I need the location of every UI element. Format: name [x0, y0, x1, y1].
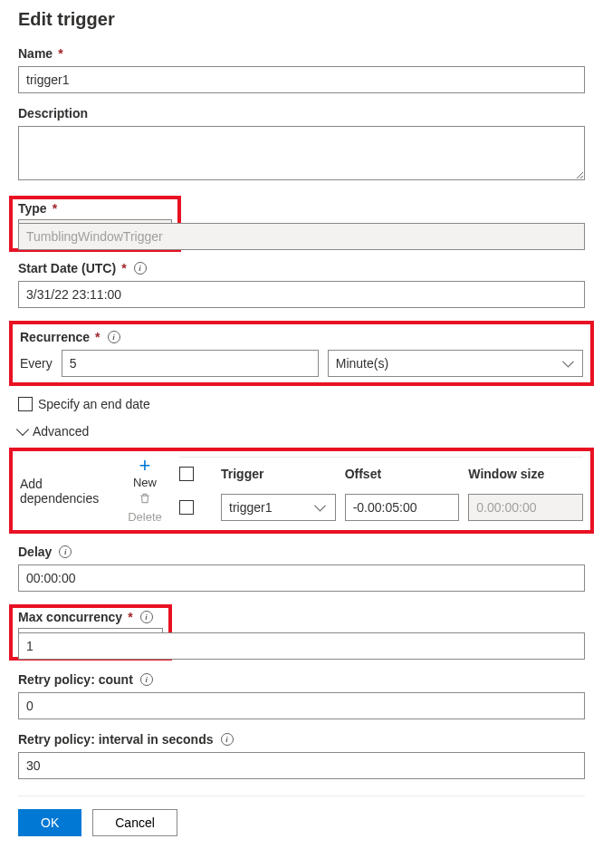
delay-label-text: Delay: [18, 545, 52, 559]
type-label-text: Type: [18, 201, 47, 216]
checkbox-icon-header[interactable]: [179, 467, 194, 481]
required-asterisk: *: [95, 330, 100, 344]
retry-interval-field: Retry policy: interval in seconds i: [18, 732, 585, 779]
name-label-text: Name: [18, 46, 53, 61]
page-title: Edit trigger: [18, 9, 585, 30]
cancel-button[interactable]: Cancel: [92, 809, 177, 836]
info-icon[interactable]: i: [221, 733, 234, 746]
recurrence-unit-select[interactable]: [328, 350, 583, 377]
new-dependency-button[interactable]: New: [133, 476, 157, 489]
start-date-input[interactable]: [18, 281, 585, 308]
name-field: Name *: [18, 46, 585, 93]
col-trigger: Trigger: [221, 467, 336, 481]
plus-icon[interactable]: +: [139, 458, 151, 474]
trash-icon: [139, 491, 151, 508]
info-icon[interactable]: i: [140, 611, 153, 623]
info-icon[interactable]: i: [59, 545, 72, 558]
recurrence-highlight-box: Recurrence * i Every: [9, 321, 594, 386]
start-date-field: Start Date (UTC) * i: [18, 261, 585, 308]
ok-button[interactable]: OK: [18, 809, 81, 836]
recurrence-label-text: Recurrence: [20, 330, 90, 344]
retry-count-label: Retry policy: count i: [18, 672, 585, 687]
advanced-label: Advanced: [33, 424, 89, 439]
retry-count-field: Retry policy: count i: [18, 672, 585, 719]
required-asterisk: *: [58, 46, 62, 61]
required-asterisk: *: [121, 261, 126, 275]
dependencies-label: Add dependencies: [20, 457, 110, 525]
delete-dependency-button: Delete: [128, 510, 162, 524]
name-input[interactable]: [18, 66, 585, 93]
checkbox-icon-row[interactable]: [179, 500, 194, 515]
max-concurrency-input[interactable]: [18, 632, 585, 660]
description-field: Description: [18, 106, 585, 183]
checkbox-icon[interactable]: [18, 397, 33, 411]
specify-end-label: Specify an end date: [38, 397, 150, 411]
required-asterisk: *: [53, 201, 57, 216]
retry-interval-label: Retry policy: interval in seconds i: [18, 732, 585, 747]
col-offset: Offset: [345, 467, 460, 481]
start-date-label: Start Date (UTC) * i: [18, 261, 585, 275]
col-window-size: Window size: [468, 467, 583, 481]
dependencies-table: Trigger Offset Window size trigger1: [179, 457, 583, 525]
info-icon[interactable]: i: [108, 331, 120, 343]
description-label-text: Description: [18, 106, 88, 121]
required-asterisk: *: [128, 610, 132, 624]
specify-end-checkbox-row[interactable]: Specify an end date: [18, 397, 585, 411]
dependency-windowsize-input: [468, 494, 583, 521]
info-icon[interactable]: i: [134, 262, 147, 275]
dependencies-highlight-box: Add dependencies + New Delete Trigger Of…: [9, 448, 594, 534]
recurrence-unit-value[interactable]: [328, 350, 583, 377]
retry-count-label-text: Retry policy: count: [18, 672, 133, 687]
description-label: Description: [18, 106, 585, 121]
description-textarea[interactable]: [18, 126, 585, 180]
max-concurrency-label: Max concurrency * i: [18, 610, 163, 624]
footer: OK Cancel: [18, 796, 585, 836]
name-label: Name *: [18, 46, 585, 61]
type-input: [18, 223, 585, 250]
every-label: Every: [20, 356, 53, 371]
max-concurrency-highlight: Max concurrency * i: [18, 604, 585, 660]
max-concurrency-label-text: Max concurrency: [18, 610, 122, 624]
dependency-trigger-value: trigger1: [229, 500, 272, 515]
advanced-toggle[interactable]: Advanced: [18, 424, 585, 439]
start-date-label-text: Start Date (UTC): [18, 261, 116, 275]
dependency-trigger-select[interactable]: trigger1: [221, 494, 336, 521]
delay-field: Delay i: [18, 545, 585, 592]
info-icon[interactable]: i: [140, 673, 153, 686]
table-row: trigger1: [179, 490, 583, 525]
type-highlight-box: Type *: [18, 196, 585, 250]
delay-input[interactable]: [18, 564, 585, 592]
retry-count-input[interactable]: [18, 692, 585, 719]
retry-interval-input[interactable]: [18, 752, 585, 779]
type-label: Type *: [18, 201, 172, 216]
delay-label: Delay i: [18, 545, 585, 559]
chevron-down-icon: [16, 423, 29, 436]
recurrence-label: Recurrence * i: [20, 330, 583, 344]
dependency-offset-input[interactable]: [345, 494, 460, 521]
recurrence-every-input[interactable]: [62, 350, 319, 377]
retry-interval-label-text: Retry policy: interval in seconds: [18, 732, 214, 747]
